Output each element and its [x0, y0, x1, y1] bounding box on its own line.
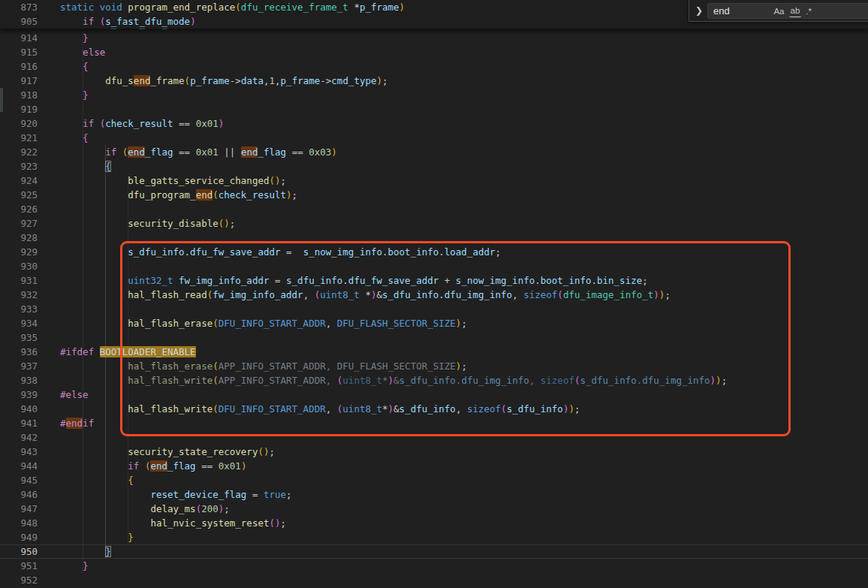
code-line[interactable]: 950 }: [0, 544, 868, 559]
line-number: 942: [0, 430, 38, 445]
match-case-toggle[interactable]: Aa: [772, 5, 785, 17]
line-number: 932: [0, 288, 38, 302]
code-line[interactable]: 930: [0, 259, 868, 273]
line-number: 929: [0, 245, 38, 259]
code-line[interactable]: 933: [0, 302, 868, 316]
code-line[interactable]: 924 ble_gatts_service_changed();: [0, 173, 868, 188]
line-number: 952: [0, 573, 38, 587]
code-text: if (end_flag == 0x01 || end_flag == 0x03…: [60, 145, 337, 159]
line-number: 919: [0, 102, 38, 116]
line-number: 914: [0, 31, 38, 45]
code-line[interactable]: 936#ifdef BOOTLOADER_ENABLE: [0, 345, 868, 359]
code-line[interactable]: 925 dfu_program_end(check_result);: [0, 188, 868, 202]
find-toggles: Aa ab .*: [772, 4, 813, 18]
line-number: 921: [0, 131, 38, 145]
code-line[interactable]: 940 hal_flash_write(DFU_INFO_START_ADDR,…: [0, 402, 868, 416]
line-number: 923: [0, 159, 38, 173]
code-line[interactable]: 917 dfu_send_frame(p_frame->data,1,p_fra…: [0, 74, 868, 88]
line-number: 905: [0, 14, 38, 29]
code-line[interactable]: 935: [0, 330, 868, 345]
code-line[interactable]: 916 {: [0, 59, 868, 74]
code-text: if (check_result == 0x01): [60, 116, 224, 131]
code-text: if (s_fast_dfu_mode): [60, 14, 196, 29]
code-text: hal_flash_read(fw_img_info_addr, (uint8_…: [60, 288, 671, 302]
line-number: 927: [0, 216, 38, 231]
code-line[interactable]: 941#endif: [0, 416, 868, 430]
code-text: delay_ms(200);: [60, 502, 230, 516]
code-text: hal_nvic_system_reset();: [60, 516, 286, 530]
code-line[interactable]: 920 if (check_result == 0x01): [0, 116, 868, 131]
code-text: {: [60, 59, 89, 74]
code-line[interactable]: 938 hal_flash_write(APP_INFO_START_ADDR,…: [0, 373, 868, 387]
line-number: 933: [0, 302, 38, 316]
code-line[interactable]: 934 hal_flash_erase(DFU_INFO_START_ADDR,…: [0, 316, 868, 330]
code-line[interactable]: 944 if (end_flag == 0x01): [0, 459, 868, 473]
find-expand-toggle-icon[interactable]: ❯: [694, 4, 704, 17]
code-text: }: [60, 31, 89, 45]
code-line[interactable]: 949 }: [0, 530, 868, 544]
code-line[interactable]: 942: [0, 430, 868, 445]
code-line[interactable]: 946 reset_device_flag = true;: [0, 487, 868, 502]
code-text: }: [60, 530, 134, 544]
indent-guide: [83, 31, 83, 573]
line-number: 946: [0, 487, 38, 502]
line-number: 934: [0, 316, 38, 330]
code-line[interactable]: 937 hal_flash_erase(APP_INFO_START_ADDR,…: [0, 359, 868, 373]
code-line[interactable]: 929 s_dfu_info.dfu_fw_save_addr = s_now_…: [0, 245, 868, 259]
line-number: 941: [0, 416, 38, 430]
code-line[interactable]: 932 hal_flash_read(fw_img_info_addr, (ui…: [0, 288, 868, 302]
code-line[interactable]: 914 }: [0, 31, 868, 45]
code-line[interactable]: 921 {: [0, 131, 868, 145]
line-number: 950: [0, 544, 38, 559]
code-text: hal_flash_write(APP_INFO_START_ADDR, (ui…: [60, 373, 727, 387]
code-text: hal_flash_erase(APP_INFO_START_ADDR, DFU…: [60, 359, 467, 373]
code-text: ble_gatts_service_changed();: [60, 173, 286, 188]
code-text: {: [60, 159, 111, 173]
code-line[interactable]: 947 delay_ms(200);: [0, 502, 868, 516]
code-line[interactable]: 919: [0, 102, 868, 116]
line-number: 945: [0, 473, 38, 487]
find-widget: ❯ Aa ab .*: [689, 0, 868, 22]
code-text: hal_flash_erase(DFU_INFO_START_ADDR, DFU…: [60, 316, 467, 330]
line-number: 939: [0, 387, 38, 402]
code-line[interactable]: 918 }: [0, 88, 868, 102]
line-number: 925: [0, 188, 38, 202]
code-line[interactable]: 923 {: [0, 159, 868, 173]
code-text: }: [60, 88, 89, 102]
code-text: #else: [60, 387, 89, 402]
find-input-box: Aa ab .*: [707, 3, 868, 19]
code-line[interactable]: 948 hal_nvic_system_reset();: [0, 516, 868, 530]
code-line[interactable]: 951 }: [0, 559, 868, 573]
line-number: 920: [0, 116, 38, 131]
line-number: 922: [0, 145, 38, 159]
line-number: 949: [0, 530, 38, 544]
line-number: 916: [0, 59, 38, 74]
line-number: 918: [0, 88, 38, 102]
line-number: 873: [0, 0, 38, 14]
line-number: 944: [0, 459, 38, 473]
code-line[interactable]: 915 else: [0, 45, 868, 59]
line-number: 917: [0, 74, 38, 88]
code-line[interactable]: 945 {: [0, 473, 868, 487]
whole-word-toggle[interactable]: ab: [789, 5, 802, 17]
line-number: 924: [0, 173, 38, 188]
code-line[interactable]: 927 security_disable();: [0, 216, 868, 231]
code-text: dfu_send_frame(p_frame->data,1,p_frame->…: [60, 74, 388, 88]
vscode-editor: 913 s_fast_dfu_mode = false;914 }915 els…: [0, 0, 868, 588]
code-text: s_dfu_info.dfu_fw_save_addr = s_now_img_…: [60, 245, 501, 259]
code-line[interactable]: 922 if (end_flag == 0x01 || end_flag == …: [0, 145, 868, 159]
code-text: dfu_program_end(check_result);: [60, 188, 297, 202]
code-text: }: [60, 559, 89, 573]
line-number: 936: [0, 345, 38, 359]
code-line[interactable]: 931 uint32_t fw_img_info_addr = s_dfu_in…: [0, 273, 868, 288]
code-line[interactable]: 943 security_state_recovery();: [0, 445, 868, 459]
code-line[interactable]: 928: [0, 231, 868, 245]
code-line[interactable]: 939#else: [0, 387, 868, 402]
code-line[interactable]: 952: [0, 573, 868, 587]
line-number: 915: [0, 45, 38, 59]
code-text: security_disable();: [60, 216, 235, 231]
code-line[interactable]: 926: [0, 202, 868, 216]
code-text: reset_device_flag = true;: [60, 487, 292, 502]
regex-toggle[interactable]: .*: [804, 5, 813, 17]
line-number: 926: [0, 202, 38, 216]
